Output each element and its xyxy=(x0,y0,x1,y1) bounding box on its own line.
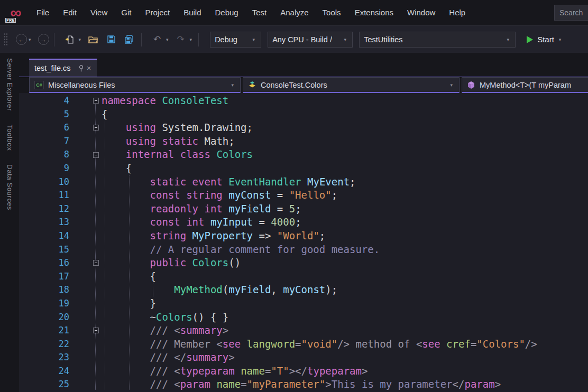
outlining-margin xyxy=(90,135,102,148)
menu-item-debug[interactable]: Debug xyxy=(208,0,245,25)
navigate-forward-button[interactable]: → xyxy=(38,34,49,45)
code-line[interactable]: 15 // A regular comment for good measure… xyxy=(19,243,588,257)
code-line[interactable]: 7 using static Math; xyxy=(19,135,588,148)
project-dropdown[interactable]: C# Miscellaneous Files ▾ xyxy=(29,77,241,93)
code-line[interactable]: 24 /// <typeparam name="T"></typeparam> xyxy=(19,365,588,378)
side-tab-server-explorer[interactable]: Server Explorer xyxy=(6,58,14,111)
fold-collapse-icon[interactable] xyxy=(93,152,99,158)
code-line[interactable]: 17 { xyxy=(19,270,588,284)
undo-caret-icon[interactable]: ▾ xyxy=(166,37,169,42)
redo-icon: ↷ xyxy=(177,35,184,44)
menu-item-git[interactable]: Git xyxy=(114,0,138,25)
side-tab-toolbox[interactable]: Toolbox xyxy=(6,125,14,151)
code-line[interactable]: 19 } xyxy=(19,297,588,311)
fold-collapse-icon[interactable] xyxy=(93,98,99,104)
outlining-margin xyxy=(90,378,102,391)
code-text: /// Member <see langword="void"/> method… xyxy=(102,338,537,351)
code-line[interactable]: 5{ xyxy=(19,108,588,122)
code-line[interactable]: 6 using System.Drawing; xyxy=(19,121,588,135)
selection-margin xyxy=(69,311,90,324)
menu-item-view[interactable]: View xyxy=(84,0,114,25)
combo-caret-icon: ▾ xyxy=(253,37,255,42)
solution-configuration-combo[interactable]: Debug ▾ xyxy=(210,32,261,48)
code-text: readonly int myField = 5; xyxy=(102,202,301,216)
code-line[interactable]: 23 /// </summary> xyxy=(19,351,588,365)
menu-item-file[interactable]: File xyxy=(30,0,56,25)
close-icon[interactable]: ✕ xyxy=(87,65,91,72)
member-dropdown[interactable]: MyMethod<T>(T myParam ▾ xyxy=(462,77,588,93)
line-number: 11 xyxy=(19,189,69,202)
menu-item-help[interactable]: Help xyxy=(442,0,472,25)
selection-margin xyxy=(69,324,90,338)
code-line[interactable]: 21 /// <summary> xyxy=(19,324,588,338)
document-tab-test-file[interactable]: test_file.cs ✕ xyxy=(29,59,97,77)
outlining-margin xyxy=(90,338,102,351)
outlining-margin xyxy=(90,148,102,162)
line-number: 18 xyxy=(19,283,69,297)
menu-item-test[interactable]: Test xyxy=(245,0,274,25)
menu-item-project[interactable]: Project xyxy=(138,0,177,25)
fold-collapse-icon[interactable] xyxy=(93,125,99,130)
code-line[interactable]: 22 /// Member <see langword="void"/> met… xyxy=(19,338,588,351)
back-history-caret-icon[interactable]: ▾ xyxy=(29,37,31,42)
document-tab-strip: test_file.cs ✕ xyxy=(19,53,588,77)
side-tab-data-sources[interactable]: Data Sources xyxy=(6,164,14,210)
fold-collapse-icon[interactable] xyxy=(93,260,99,266)
new-file-button[interactable] xyxy=(62,32,77,47)
menu-item-build[interactable]: Build xyxy=(177,0,208,25)
selection-margin xyxy=(69,202,90,216)
menu-item-window[interactable]: Window xyxy=(400,0,442,25)
code-text: const int myInput = 4000; xyxy=(102,216,301,229)
solution-platform-combo[interactable]: Any CPU - Build / ▾ xyxy=(268,32,353,48)
dropdown-caret-icon: ▾ xyxy=(450,82,453,88)
code-line[interactable]: 16 public Colors() xyxy=(19,256,588,270)
redo-button[interactable]: ↷ xyxy=(173,32,188,47)
outlining-margin xyxy=(90,351,102,365)
selection-margin xyxy=(69,283,90,297)
navigate-back-button[interactable]: ← xyxy=(16,34,27,45)
save-all-button[interactable] xyxy=(122,32,136,47)
redo-caret-icon[interactable]: ▾ xyxy=(190,37,192,42)
code-line[interactable]: 20 ~Colors() { } xyxy=(19,311,588,324)
outlining-margin xyxy=(90,365,102,378)
startup-project-combo[interactable]: TestUtilities ▾ xyxy=(359,32,516,48)
start-debugging-button[interactable]: Start ▾ xyxy=(527,35,563,44)
outlining-margin xyxy=(90,270,102,284)
type-dropdown[interactable]: ConsoleTest.Colors ▾ xyxy=(243,77,460,93)
code-line[interactable]: 18 MyMethod(myField, myConst); xyxy=(19,283,588,297)
open-file-button[interactable] xyxy=(86,32,100,47)
fold-collapse-icon[interactable] xyxy=(93,328,99,333)
project-dropdown-label: Miscellaneous Files xyxy=(48,81,115,89)
code-line[interactable]: 11 const string myConst = "Hello"; xyxy=(19,189,588,202)
start-label: Start xyxy=(537,35,554,44)
search-box[interactable]: Search xyxy=(554,5,588,21)
code-line[interactable]: 9 { xyxy=(19,162,588,175)
code-line[interactable]: 12 readonly int myField = 5; xyxy=(19,202,588,216)
code-text: internal class Colors xyxy=(102,148,253,162)
selection-margin xyxy=(69,108,90,122)
undo-button[interactable]: ↶ xyxy=(150,32,164,47)
line-number: 15 xyxy=(19,243,69,257)
menu-item-edit[interactable]: Edit xyxy=(56,0,84,25)
code-line[interactable]: 25 /// <param name="myParameter">This is… xyxy=(19,378,588,391)
new-file-caret-icon[interactable]: ▾ xyxy=(79,37,81,42)
code-text: { xyxy=(102,162,132,175)
code-line[interactable]: 8 internal class Colors xyxy=(19,148,588,162)
pin-icon[interactable] xyxy=(78,65,84,72)
code-line[interactable]: 14 string MyProperty => "World"; xyxy=(19,229,588,243)
start-options-caret-icon[interactable]: ▾ xyxy=(559,37,562,42)
selection-margin xyxy=(69,135,90,148)
menu-item-tools[interactable]: Tools xyxy=(316,0,348,25)
menu-item-extensions[interactable]: Extensions xyxy=(348,0,400,25)
code-line[interactable]: 4namespace ConsoleTest xyxy=(19,94,588,108)
code-line[interactable]: 10 static event EventHandler MyEvent; xyxy=(19,175,588,189)
menu-item-analyze[interactable]: Analyze xyxy=(273,0,315,25)
toolbar-grip-handle[interactable] xyxy=(4,33,7,46)
outlining-margin xyxy=(90,189,102,202)
save-button[interactable] xyxy=(104,32,118,47)
forward-arrow-icon: → xyxy=(40,36,47,43)
selection-margin xyxy=(69,229,90,243)
code-editor[interactable]: 4namespace ConsoleTest5{6 using System.D… xyxy=(19,93,588,392)
code-text: /// <summary> xyxy=(102,324,228,338)
code-line[interactable]: 13 const int myInput = 4000; xyxy=(19,216,588,229)
